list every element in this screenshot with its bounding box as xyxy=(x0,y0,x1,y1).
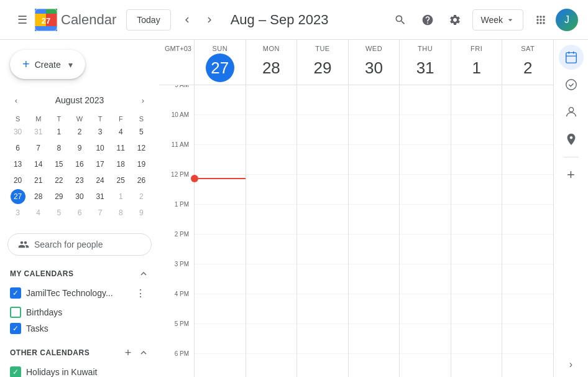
grid-cell[interactable] xyxy=(502,354,553,377)
mini-cal-day[interactable]: 12 xyxy=(131,140,152,156)
grid-cell[interactable] xyxy=(451,264,502,294)
grid-day-col[interactable] xyxy=(502,85,553,377)
grid-cell[interactable] xyxy=(195,85,246,115)
grid-cell[interactable] xyxy=(297,264,348,294)
grid-cell[interactable] xyxy=(246,235,297,264)
mini-cal-day[interactable]: 3 xyxy=(7,205,28,221)
mini-cal-day[interactable]: 8 xyxy=(111,205,131,221)
grid-cell[interactable] xyxy=(400,85,451,115)
grid-cell[interactable] xyxy=(502,115,553,145)
right-sidebar-contacts-icon[interactable] xyxy=(559,100,584,124)
grid-cell[interactable] xyxy=(246,294,297,324)
grid-cell[interactable] xyxy=(502,145,553,175)
grid-day-col[interactable] xyxy=(194,85,246,377)
mini-cal-day[interactable]: 5 xyxy=(131,124,152,140)
grid-cell[interactable] xyxy=(246,175,297,205)
grid-cell[interactable] xyxy=(400,115,451,145)
search-people[interactable]: Search for people xyxy=(7,233,152,256)
right-sidebar-maps-icon[interactable] xyxy=(559,127,584,152)
right-sidebar-add-button[interactable]: + xyxy=(559,162,584,187)
grid-cell[interactable] xyxy=(297,115,348,145)
mini-cal-day[interactable]: 7 xyxy=(28,140,48,156)
grid-cell[interactable] xyxy=(297,294,348,324)
grid-cell[interactable] xyxy=(195,115,246,145)
mini-cal-day[interactable]: 19 xyxy=(131,156,152,172)
right-sidebar-calendar-icon[interactable] xyxy=(559,45,584,70)
mini-cal-day[interactable]: 4 xyxy=(111,124,131,140)
grid-cell[interactable] xyxy=(502,264,553,294)
grid-cell[interactable] xyxy=(195,175,246,205)
next-button[interactable] xyxy=(198,9,221,31)
my-calendars-header[interactable]: My calendars xyxy=(5,266,154,282)
search-button[interactable] xyxy=(388,7,413,32)
other-calendars-header[interactable]: Other calendars + xyxy=(5,342,154,364)
grid-cell[interactable] xyxy=(451,235,502,264)
grid-cell[interactable] xyxy=(451,354,502,377)
grid-cell[interactable] xyxy=(400,175,451,205)
grid-cell[interactable] xyxy=(246,85,297,115)
grid-cell[interactable] xyxy=(195,235,246,264)
mini-cal-day[interactable]: 24 xyxy=(90,172,111,188)
grid-cell[interactable] xyxy=(297,235,348,264)
mini-cal-day[interactable]: 1 xyxy=(48,124,69,140)
right-sidebar-tasks-icon[interactable] xyxy=(559,72,584,97)
grid-cell[interactable] xyxy=(349,264,400,294)
mini-cal-day[interactable]: 2 xyxy=(69,124,90,140)
calendar-more-jamiltec[interactable]: ⋮ xyxy=(132,284,149,302)
mini-cal-day[interactable]: 13 xyxy=(7,156,28,172)
mini-cal-day[interactable]: 28 xyxy=(28,188,48,205)
grid-cell[interactable] xyxy=(451,205,502,235)
mini-cal-day[interactable]: 25 xyxy=(111,172,131,188)
today-button[interactable]: Today xyxy=(126,9,170,30)
grid-cell[interactable] xyxy=(349,324,400,354)
mini-cal-day[interactable]: 9 xyxy=(131,205,152,221)
mini-cal-day[interactable]: 26 xyxy=(131,172,152,188)
grid-cell[interactable] xyxy=(349,145,400,175)
prev-button[interactable] xyxy=(176,9,198,31)
calendar-item-birthdays[interactable]: Birthdays xyxy=(5,304,154,320)
grid-cell[interactable] xyxy=(195,324,246,354)
mini-cal-day[interactable]: 3 xyxy=(90,124,111,140)
grid-cell[interactable] xyxy=(195,354,246,377)
grid-cell[interactable] xyxy=(195,145,246,175)
mini-cal-day[interactable]: 8 xyxy=(48,140,69,156)
grid-cell[interactable] xyxy=(451,294,502,324)
grid-cell[interactable] xyxy=(246,115,297,145)
grid-cell[interactable] xyxy=(502,85,553,115)
mini-cal-day[interactable]: 31 xyxy=(90,188,111,205)
apps-button[interactable] xyxy=(528,7,553,32)
add-other-calendar-button[interactable]: + xyxy=(119,344,137,361)
grid-cell[interactable] xyxy=(297,85,348,115)
calendar-item-jamiltec[interactable]: ✓ JamilTec Technology... ⋮ xyxy=(5,282,154,304)
calendar-item-tasks[interactable]: ✓ Tasks xyxy=(5,320,154,337)
settings-button[interactable] xyxy=(443,7,467,32)
grid-cell[interactable] xyxy=(349,235,400,264)
grid-cell[interactable] xyxy=(349,175,400,205)
mini-cal-day[interactable]: 22 xyxy=(48,172,69,188)
mini-cal-day[interactable]: 9 xyxy=(69,140,90,156)
grid-cell[interactable] xyxy=(297,145,348,175)
grid-cell[interactable] xyxy=(502,324,553,354)
grid-cell[interactable] xyxy=(400,145,451,175)
mini-cal-day[interactable]: 23 xyxy=(69,172,90,188)
create-button[interactable]: + Create ▾ xyxy=(10,50,85,79)
mini-cal-day[interactable]: 1 xyxy=(111,188,131,205)
grid-cell[interactable] xyxy=(297,205,348,235)
grid-cell[interactable] xyxy=(246,354,297,377)
user-avatar[interactable]: J xyxy=(556,9,578,31)
mini-cal-prev[interactable]: ‹ xyxy=(7,91,25,109)
grid-cell[interactable] xyxy=(400,354,451,377)
grid-cell[interactable] xyxy=(400,294,451,324)
mini-cal-day[interactable]: 17 xyxy=(90,156,111,172)
grid-cell[interactable] xyxy=(502,294,553,324)
mini-cal-day[interactable]: 14 xyxy=(28,156,48,172)
grid-day-col[interactable] xyxy=(399,85,451,377)
grid-cell[interactable] xyxy=(195,264,246,294)
grid-day-col[interactable] xyxy=(451,85,502,377)
grid-cell[interactable] xyxy=(246,145,297,175)
grid-cell[interactable] xyxy=(246,264,297,294)
help-button[interactable] xyxy=(415,7,440,32)
grid-cell[interactable] xyxy=(246,324,297,354)
mini-cal-next[interactable]: › xyxy=(134,91,152,109)
grid-cell[interactable] xyxy=(400,205,451,235)
